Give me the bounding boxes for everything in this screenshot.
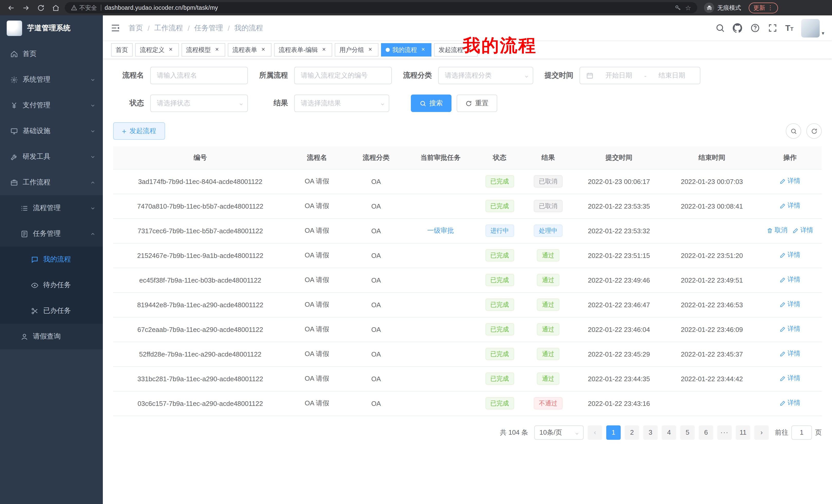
sidebar-item[interactable]: 支付管理 <box>0 92 103 118</box>
home-button[interactable] <box>50 2 61 13</box>
font-size-icon[interactable]: TT <box>785 23 794 33</box>
detail-action-link[interactable]: 详情 <box>780 276 800 284</box>
toggle-search-button[interactable] <box>786 123 801 139</box>
close-icon[interactable]: × <box>213 46 220 53</box>
sidebar-item-label: 研发工具 <box>23 152 50 161</box>
pagination-page[interactable]: 2 <box>625 425 639 440</box>
prev-page-button[interactable]: ‹ <box>588 425 602 440</box>
app-title: 芋道管理系统 <box>27 24 71 33</box>
detail-action-link[interactable]: 详情 <box>780 374 800 383</box>
fullscreen-icon[interactable] <box>768 23 778 33</box>
view-tab[interactable]: 流程模型× <box>182 43 225 57</box>
breadcrumb-item[interactable]: 工作流程 <box>154 23 183 33</box>
status-select[interactable]: 请选择状态 <box>150 94 248 112</box>
view-tab[interactable]: 流程定义× <box>135 43 179 57</box>
cell-submit-time: 2022-01-22 23:46:47 <box>573 292 666 317</box>
address-bar[interactable]: 不安全 dashboard.yudao.iocoder.cn/bpm/task/… <box>65 2 697 13</box>
pagination-page[interactable]: 1 <box>606 425 621 440</box>
bookmark-star-icon[interactable]: ☆ <box>685 4 691 11</box>
security-chip[interactable]: 不安全 <box>71 4 97 11</box>
github-icon[interactable] <box>733 23 743 33</box>
next-page-button[interactable]: › <box>754 425 769 440</box>
detail-action-link[interactable]: 详情 <box>780 177 800 186</box>
pagination-page[interactable]: 6 <box>699 425 713 440</box>
submit-time-range-picker[interactable]: 开始日期 - 结束日期 <box>579 67 700 84</box>
reset-button[interactable]: 重置 <box>457 94 497 112</box>
sidebar-item[interactable]: 研发工具 <box>0 144 103 170</box>
pagination-page[interactable]: 4 <box>662 425 676 440</box>
pagination-page[interactable]: 5 <box>680 425 695 440</box>
detail-action-link[interactable]: 详情 <box>780 399 800 408</box>
view-tab[interactable]: 首页 <box>111 43 133 57</box>
close-icon[interactable]: × <box>420 46 427 53</box>
sidebar-item[interactable]: 流程管理 <box>0 195 103 221</box>
cell-status: 已完成 <box>475 366 524 391</box>
browser-menu-icon[interactable]: ⋮ <box>767 5 773 11</box>
detail-action-link[interactable]: 详情 <box>780 349 800 358</box>
forward-button[interactable] <box>20 2 31 13</box>
sidebar-item[interactable]: 任务管理 <box>0 221 103 247</box>
edit-icon <box>780 351 786 357</box>
current-task-link[interactable]: 一级审批 <box>427 227 454 234</box>
sidebar-item[interactable]: 工作流程 <box>0 170 103 195</box>
category-select[interactable]: 请选择流程分类 <box>438 67 533 84</box>
cell-actions: 详情 <box>758 366 822 391</box>
sidebar-item[interactable]: 系统管理 <box>0 67 103 92</box>
cell-process-name: OA 请假 <box>287 292 346 317</box>
help-icon[interactable] <box>750 23 760 33</box>
action-label: 详情 <box>787 300 800 309</box>
view-tab[interactable]: 流程表单-编辑× <box>274 43 332 57</box>
sidebar-item[interactable]: 已办任务 <box>0 298 103 324</box>
update-button[interactable]: 更新 ⋮ <box>749 2 778 13</box>
cell-process-id: 67c2eaab-7b9a-11ec-a290-acde48001122 <box>113 317 287 342</box>
back-button[interactable] <box>5 2 17 13</box>
breadcrumb-item[interactable]: 首页 <box>129 23 143 33</box>
close-icon[interactable]: × <box>320 46 328 53</box>
menu-collapse-icon[interactable] <box>110 23 120 33</box>
close-icon[interactable]: × <box>260 46 267 53</box>
sidebar-item[interactable]: 首页 <box>0 41 103 67</box>
process-definition-input[interactable]: 请输入流程定义的编号 <box>294 67 392 84</box>
pagination-ellipsis[interactable]: ··· <box>717 425 732 440</box>
key-icon[interactable] <box>675 4 682 11</box>
chevron-down-icon <box>90 77 96 82</box>
edit-icon <box>780 178 786 185</box>
avatar[interactable] <box>801 19 820 37</box>
cancel-action-link[interactable]: 取消 <box>767 226 787 235</box>
sidebar-item-label: 工作流程 <box>23 178 50 187</box>
refresh-table-button[interactable] <box>806 123 822 139</box>
user-menu[interactable]: ▾ <box>801 19 824 37</box>
detail-action-link[interactable]: 详情 <box>780 325 800 334</box>
goto-page-input[interactable]: 1 <box>791 425 812 440</box>
pagination-page[interactable]: 3 <box>643 425 658 440</box>
view-tab[interactable]: 用户分组× <box>335 43 379 57</box>
detail-action-link[interactable]: 详情 <box>793 226 813 235</box>
page-size-select[interactable]: 10条/页 <box>534 425 583 440</box>
pagination-page[interactable]: 11 <box>736 425 750 440</box>
breadcrumb-item[interactable]: 任务管理 <box>194 23 223 33</box>
sidebar-item[interactable]: 请假查询 <box>0 324 103 349</box>
detail-action-link[interactable]: 详情 <box>780 300 800 309</box>
process-name-input[interactable]: 请输入流程名 <box>150 67 248 84</box>
sidebar-item[interactable]: 我的流程 <box>0 247 103 272</box>
warning-icon <box>71 5 77 11</box>
detail-action-link[interactable]: 详情 <box>780 251 800 260</box>
close-icon[interactable]: × <box>367 46 374 53</box>
result-tag: 通过 <box>537 348 560 360</box>
view-tab[interactable]: 流程表单× <box>228 43 271 57</box>
create-process-button[interactable]: + 发起流程 <box>113 122 165 140</box>
cell-current-task <box>406 342 475 366</box>
sidebar-item[interactable]: 基础设施 <box>0 118 103 144</box>
result-select[interactable]: 请选择流结果 <box>294 94 389 112</box>
search-icon[interactable] <box>715 23 725 33</box>
reload-button[interactable] <box>35 2 46 13</box>
detail-action-link[interactable]: 详情 <box>780 202 800 211</box>
filter-label: 流程名 <box>113 71 144 80</box>
breadcrumb-separator: / <box>228 24 230 32</box>
app-logo: 芋道管理系统 <box>0 16 103 41</box>
view-tab[interactable]: 我的流程× <box>381 43 432 57</box>
sidebar-item[interactable]: 待办任务 <box>0 272 103 298</box>
close-icon[interactable]: × <box>167 46 174 53</box>
search-button[interactable]: 搜索 <box>411 94 451 112</box>
table-row: 52ffd28e-7b9a-11ec-a290-acde48001122OA 请… <box>113 342 822 366</box>
